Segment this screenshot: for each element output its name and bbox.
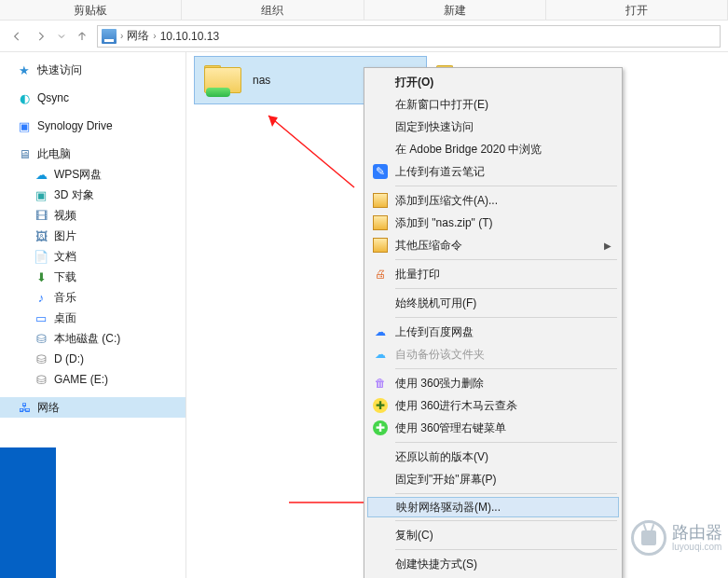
ribbon-tab-open[interactable]: 打开 [546, 0, 728, 20]
menu-adobe-bridge[interactable]: 在 Adobe Bridge 2020 中浏览 [367, 138, 619, 160]
sidebar-item-video[interactable]: 🎞视频 [0, 205, 185, 226]
sidebar-item-label: GAME (E:) [54, 373, 108, 386]
youdao-icon: ✎ [373, 164, 388, 179]
picture-icon: 🖼 [34, 228, 48, 243]
sidebar-item-label: 文档 [54, 249, 76, 265]
ribbon-tab-clipboard[interactable]: 剪贴板 [0, 0, 182, 20]
menu-youdao-upload[interactable]: ✎上传到有道云笔记 [367, 160, 619, 183]
sidebar-synology[interactable]: ▣ Synology Drive [0, 116, 185, 136]
trash-icon: 🗑 [373, 376, 388, 391]
menu-open-new-window[interactable]: 在新窗口中打开(E) [367, 93, 619, 116]
chevron-right-icon: › [153, 31, 156, 41]
sidebar-quick-access[interactable]: ★ 快速访问 [0, 60, 185, 80]
ribbon-tab-organize[interactable]: 组织 [182, 0, 364, 20]
menu-label: 上传到百度网盘 [395, 324, 474, 340]
menu-create-shortcut[interactable]: 创建快捷方式(S) [367, 553, 619, 575]
ribbon-tab-new[interactable]: 新建 [364, 0, 546, 20]
network-icon: 🖧 [17, 400, 32, 415]
svg-marker-1 [268, 116, 278, 127]
sidebar-item-documents[interactable]: 📄文档 [0, 246, 185, 267]
sidebar-qsync[interactable]: ◐ Qsync [0, 88, 185, 108]
ribbon-tabs: 剪贴板 组织 新建 打开 [0, 0, 728, 21]
menu-separator [395, 442, 617, 443]
sidebar-item-label: 本地磁盘 (C:) [54, 331, 120, 347]
menu-pin-quick[interactable]: 固定到快速访问 [367, 116, 619, 138]
menu-label: 始终脱机可用(F) [395, 296, 476, 311]
network-location-icon [102, 29, 117, 44]
menu-separator [395, 259, 617, 260]
shared-folder-icon [204, 65, 241, 95]
up-button[interactable] [73, 27, 91, 46]
archive-icon [373, 238, 388, 253]
sidebar-item-disk-d[interactable]: ⛁D (D:) [0, 349, 185, 369]
synology-icon: ▣ [17, 118, 32, 133]
sidebar-network[interactable]: 🖧 网络 [0, 397, 185, 418]
menu-separator [395, 368, 617, 369]
menu-baidu-upload[interactable]: ☁上传到百度网盘 [367, 321, 619, 343]
menu-auto-backup: ☁自动备份该文件夹 [367, 343, 619, 365]
menu-add-archive[interactable]: 添加到压缩文件(A)... [367, 189, 619, 212]
menu-label: 上传到有道云笔记 [395, 164, 485, 180]
sidebar-item-label: Synology Drive [37, 119, 113, 132]
menu-label: 批量打印 [395, 267, 440, 282]
sidebar-item-label: 网络 [37, 400, 60, 416]
menu-label: 使用 360强力删除 [395, 376, 484, 392]
baidu-icon: ☁ [373, 324, 388, 339]
menu-separator [395, 288, 617, 289]
folder-label: nas [253, 74, 270, 87]
back-button[interactable] [7, 27, 26, 46]
forward-button[interactable] [32, 27, 50, 46]
menu-label: 使用 360管理右键菜单 [395, 420, 506, 436]
menu-batch-print[interactable]: 🖨批量打印 [367, 263, 619, 285]
nav-bar: › 网络 › 10.10.10.13 [0, 21, 728, 52]
menu-pin-start[interactable]: 固定到"开始"屏幕(P) [367, 468, 619, 490]
context-menu: 打开(O) 在新窗口中打开(E) 固定到快速访问 在 Adobe Bridge … [364, 67, 623, 578]
menu-360-manage[interactable]: ✚使用 360管理右键菜单 [367, 417, 619, 439]
sidebar-item-music[interactable]: ♪音乐 [0, 287, 185, 308]
menu-other-compress[interactable]: 其他压缩命令▶ [367, 234, 619, 256]
menu-offline[interactable]: 始终脱机可用(F) [367, 292, 619, 314]
address-segment-host[interactable]: 10.10.10.13 [160, 30, 219, 43]
menu-label: 自动备份该文件夹 [395, 347, 485, 363]
sidebar-item-3d[interactable]: ▣3D 对象 [0, 185, 185, 205]
annotation-arrow-icon [252, 108, 364, 192]
menu-label: 添加到 "nas.zip" (T) [395, 215, 493, 231]
menu-separator [395, 520, 617, 521]
sidebar-item-downloads[interactable]: ⬇下载 [0, 267, 185, 287]
menu-separator [395, 493, 617, 494]
menu-open[interactable]: 打开(O) [367, 71, 619, 93]
menu-360-delete[interactable]: 🗑使用 360强力删除 [367, 372, 619, 394]
menu-label: 还原以前的版本(V) [395, 449, 488, 465]
sidebar-item-desktop[interactable]: ▭桌面 [0, 308, 185, 328]
star-icon: ★ [17, 62, 32, 77]
menu-separator [395, 186, 617, 186]
cloud-icon: ☁ [34, 167, 48, 182]
menu-label: 打开(O) [395, 75, 433, 90]
menu-copy[interactable]: 复制(C) [367, 524, 619, 546]
sidebar-item-disk-c[interactable]: ⛁本地磁盘 (C:) [0, 328, 185, 349]
monitor-icon: 🖥 [17, 146, 32, 161]
svg-line-0 [268, 116, 354, 187]
menu-label: 在 Adobe Bridge 2020 中浏览 [395, 142, 542, 158]
menu-360-scan[interactable]: ✚使用 360进行木马云查杀 [367, 394, 619, 417]
cube-icon: ▣ [34, 187, 48, 202]
watermark: 路由器 luyouqi.com [631, 520, 722, 556]
address-segment-root[interactable]: 网络 [127, 28, 149, 44]
download-icon: ⬇ [34, 269, 48, 284]
sidebar-item-disk-e[interactable]: ⛁GAME (E:) [0, 369, 185, 390]
submenu-arrow-icon: ▶ [604, 241, 611, 251]
sidebar-item-pictures[interactable]: 🖼图片 [0, 226, 185, 246]
menu-label: 固定到"开始"屏幕(P) [395, 472, 497, 488]
background-strip [0, 447, 56, 578]
menu-label: 在新窗口中打开(E) [395, 97, 488, 113]
menu-add-zip[interactable]: 添加到 "nas.zip" (T) [367, 212, 619, 234]
menu-separator [395, 317, 617, 318]
recent-dropdown[interactable] [56, 27, 67, 46]
menu-restore-versions[interactable]: 还原以前的版本(V) [367, 446, 619, 468]
watermark-url: luyouqi.com [672, 542, 722, 552]
address-bar[interactable]: › 网络 › 10.10.10.13 [97, 25, 721, 48]
drive-icon: ⛁ [34, 372, 48, 387]
sidebar-this-pc[interactable]: 🖥 此电脑 [0, 144, 185, 164]
sidebar-item-wps[interactable]: ☁WPS网盘 [0, 164, 185, 185]
menu-map-network-drive[interactable]: 映射网络驱动器(M)... [367, 497, 619, 517]
